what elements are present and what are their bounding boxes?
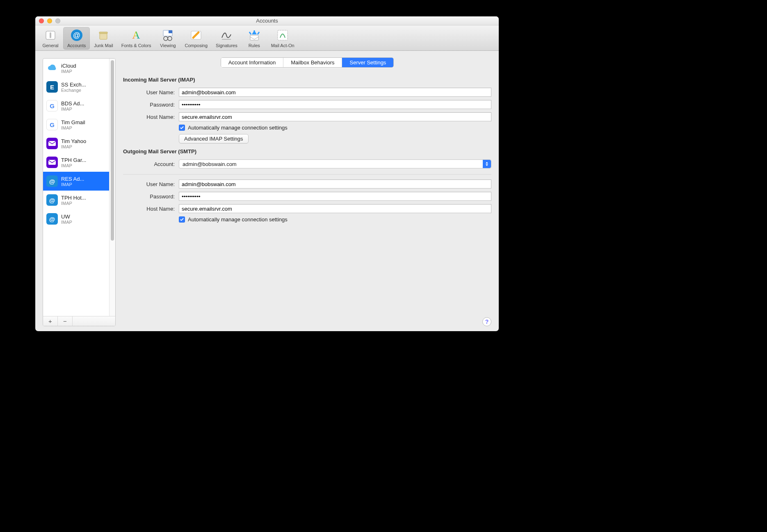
content: iCloud IMAP E SS Exch... Exchange G BDS …: [35, 51, 499, 331]
tab-server-settings[interactable]: Server Settings: [342, 58, 393, 67]
signature-icon: [219, 28, 233, 42]
fonts-icon: A: [129, 28, 143, 42]
spacer: [73, 316, 115, 326]
minimize-icon[interactable]: [47, 18, 52, 23]
incoming-hostname-field[interactable]: [179, 112, 491, 121]
account-type: IMAP: [61, 107, 84, 111]
toolbar-viewing[interactable]: Viewing: [155, 27, 180, 50]
pencil-icon: [189, 28, 203, 42]
toolbar-signatures[interactable]: Signatures: [212, 27, 242, 50]
account-name: BDS Ad...: [61, 100, 84, 107]
account-row-google-1[interactable]: G BDS Ad... IMAP: [43, 96, 115, 115]
at-icon: @: [46, 175, 58, 187]
toolbar-junk[interactable]: Junk Mail: [90, 27, 117, 50]
account-type: IMAP: [61, 182, 84, 187]
accounts-list[interactable]: iCloud IMAP E SS Exch... Exchange G BDS …: [43, 59, 115, 316]
scrollbar-thumb[interactable]: [111, 60, 114, 241]
accounts-sidebar: iCloud IMAP E SS Exch... Exchange G BDS …: [43, 58, 116, 326]
incoming-password-field[interactable]: [179, 100, 491, 109]
account-type: IMAP: [61, 69, 76, 74]
toolbar-label: Signatures: [216, 43, 237, 48]
stamp-icon: [276, 28, 290, 42]
google-icon: G: [46, 100, 58, 111]
toolbar-rules[interactable]: Rules: [242, 27, 267, 50]
outgoing-username-field[interactable]: [179, 180, 491, 189]
exchange-icon: E: [46, 81, 58, 93]
account-name: TPH Hot...: [61, 195, 86, 201]
incoming-hostname-label: Host Name:: [123, 114, 175, 120]
account-name: Tim Gmail: [61, 119, 85, 125]
switch-icon: [43, 28, 57, 42]
close-icon[interactable]: [39, 18, 44, 23]
outgoing-auto-label: Automatically manage connection settings: [188, 216, 288, 223]
account-row-exchange[interactable]: E SS Exch... Exchange: [43, 77, 115, 96]
account-type: IMAP: [61, 201, 86, 206]
account-row-google-2[interactable]: G Tim Gmail IMAP: [43, 115, 115, 134]
account-name: Tim Yahoo: [61, 138, 86, 144]
tab-mailbox-behaviors[interactable]: Mailbox Behaviors: [283, 58, 342, 67]
account-row-tph-hot[interactable]: @ TPH Hot... IMAP: [43, 191, 115, 209]
svg-text:@: @: [73, 31, 80, 39]
incoming-auto-label: Automatically manage connection settings: [188, 125, 288, 131]
incoming-username-field[interactable]: [179, 88, 491, 97]
incoming-auto-checkbox[interactable]: [179, 125, 185, 131]
account-name: iCloud: [61, 63, 76, 69]
remove-account-button[interactable]: −: [58, 316, 73, 326]
add-account-button[interactable]: +: [43, 316, 58, 326]
outgoing-account-select[interactable]: admin@bobswain.com: [179, 159, 491, 168]
preferences-window: Accounts General @ Accounts Junk Mail A …: [35, 16, 499, 331]
zoom-icon[interactable]: [55, 18, 60, 23]
toolbar-accounts[interactable]: @ Accounts: [63, 27, 90, 50]
account-name: TPH Gar...: [61, 157, 86, 163]
at-icon: @: [70, 28, 84, 42]
account-name: SS Exch...: [61, 82, 86, 88]
svg-rect-8: [169, 30, 172, 33]
toolbar-label: General: [42, 43, 58, 48]
outgoing-auto-checkbox[interactable]: [179, 216, 185, 223]
help-button[interactable]: ?: [482, 317, 491, 326]
outgoing-account-label: Account:: [123, 161, 175, 167]
scrollbar-track[interactable]: [109, 59, 115, 316]
toolbar-label: Rules: [249, 43, 260, 48]
glasses-icon: [161, 28, 175, 42]
tab-account-information[interactable]: Account Information: [221, 58, 283, 67]
svg-rect-16: [48, 160, 56, 165]
svg-point-10: [168, 36, 172, 41]
google-icon: G: [46, 119, 58, 130]
main-panel: Account Information Mailbox Behaviors Se…: [123, 58, 491, 326]
toolbar-composing[interactable]: Composing: [180, 27, 212, 50]
outgoing-password-field[interactable]: [179, 192, 491, 201]
toolbar-label: Accounts: [67, 43, 86, 48]
icloud-icon: [46, 62, 58, 74]
account-row-icloud[interactable]: iCloud IMAP: [43, 59, 115, 77]
outgoing-username-label: User Name:: [123, 181, 175, 187]
account-row-yahoo-1[interactable]: Tim Yahoo IMAP: [43, 134, 115, 153]
toolbar-label: Mail Act-On: [271, 43, 294, 48]
account-row-uw[interactable]: @ UW IMAP: [43, 209, 115, 228]
svg-rect-4: [100, 33, 107, 39]
window-title: Accounts: [256, 18, 278, 24]
incoming-password-label: Password:: [123, 102, 175, 108]
account-type: IMAP: [61, 125, 85, 130]
outgoing-account-value: admin@bobswain.com: [183, 161, 237, 167]
toolbar-mail-act-on[interactable]: Mail Act-On: [267, 27, 299, 50]
toolbar-general[interactable]: General: [38, 27, 63, 50]
svg-rect-5: [99, 32, 107, 34]
advanced-imap-button[interactable]: Advanced IMAP Settings: [179, 134, 249, 143]
trash-icon: [96, 28, 110, 42]
account-type: IMAP: [61, 220, 72, 225]
mail-icon: [46, 157, 58, 168]
rules-icon: [247, 28, 261, 42]
at-icon: @: [46, 213, 58, 225]
mail-icon: [46, 138, 58, 149]
account-type: Exchange: [61, 88, 86, 93]
toolbar-fonts[interactable]: A Fonts & Colors: [117, 27, 155, 50]
account-row-res[interactable]: @ RES Ad... IMAP: [43, 172, 115, 191]
outgoing-password-label: Password:: [123, 193, 175, 200]
incoming-username-label: User Name:: [123, 89, 175, 95]
account-row-yahoo-2[interactable]: TPH Gar... IMAP: [43, 153, 115, 172]
outgoing-hostname-field[interactable]: [179, 204, 491, 213]
toolbar-label: Fonts & Colors: [121, 43, 151, 48]
svg-point-9: [164, 36, 168, 41]
account-type: IMAP: [61, 144, 86, 149]
